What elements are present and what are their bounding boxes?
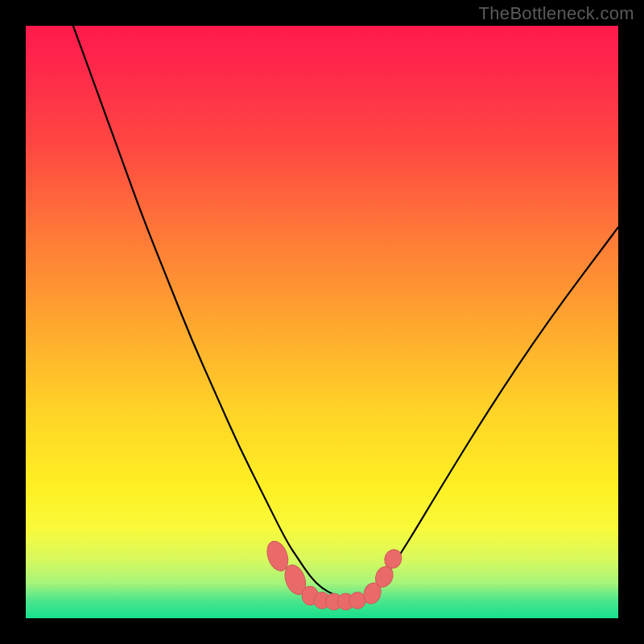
watermark-text: TheBottleneck.com	[479, 3, 634, 24]
plot-area	[26, 26, 618, 618]
curve-markers	[263, 539, 404, 610]
chart-frame: TheBottleneck.com	[0, 0, 644, 644]
bottleneck-curve-svg	[26, 26, 618, 618]
bottleneck-curve-path	[73, 26, 618, 601]
